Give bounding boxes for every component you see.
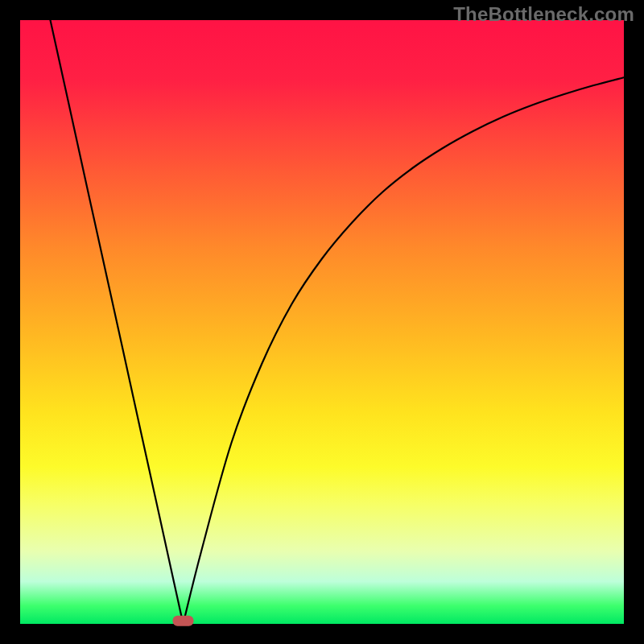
bottleneck-chart — [20, 20, 624, 624]
minimum-marker — [173, 616, 194, 626]
curve-right-branch — [184, 77, 625, 624]
curve-left-branch — [51, 20, 184, 624]
